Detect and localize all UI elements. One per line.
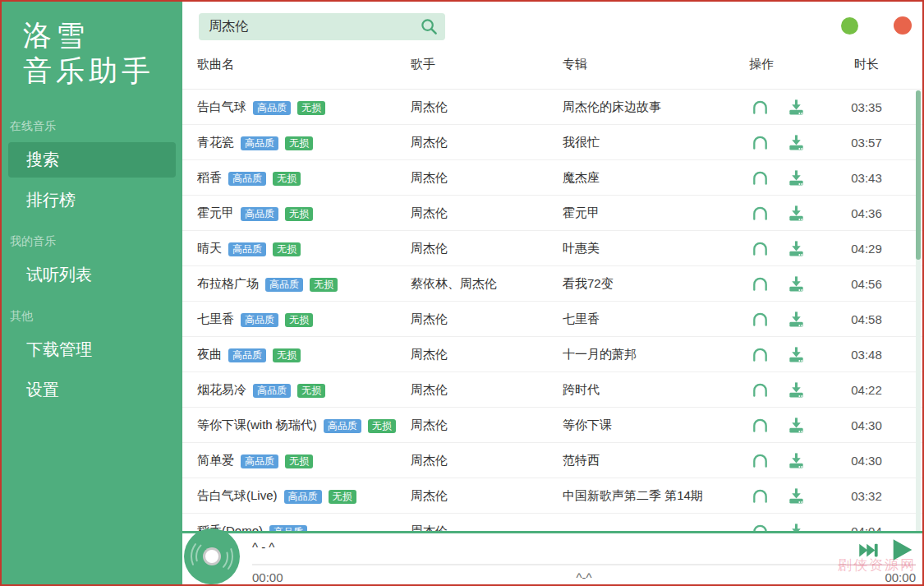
song-name: 等你下课(with 杨瑞代) — [197, 418, 317, 433]
download-icon[interactable] — [787, 345, 806, 364]
player-times: 00:00 ^-^ 00:00 — [252, 570, 916, 584]
player-progress-bar[interactable] — [252, 564, 916, 565]
song-duration: 04:56 — [821, 277, 912, 291]
table-row[interactable]: 告白气球 高品质无损 周杰伦 周杰伦的床边故事 03:35 — [182, 90, 922, 125]
song-duration: 04:58 — [821, 312, 912, 326]
table-row[interactable]: 霍元甲 高品质无损 周杰伦 霍元甲 04:36 — [182, 196, 922, 231]
listen-icon[interactable] — [751, 487, 770, 505]
song-duration: 03:32 — [821, 489, 912, 503]
listen-icon[interactable] — [751, 451, 770, 470]
download-icon[interactable] — [787, 381, 806, 399]
listen-icon[interactable] — [751, 275, 770, 293]
song-name: 晴天 — [197, 241, 222, 256]
quality-tag: 无损 — [297, 101, 325, 115]
quality-tag: 无损 — [285, 313, 313, 327]
listen-icon[interactable] — [751, 133, 770, 152]
quality-tag: 无损 — [368, 419, 396, 433]
vinyl-disc-icon — [184, 528, 240, 584]
song-album: 范特西 — [563, 453, 735, 468]
table-row[interactable]: 晴天 高品质无损 周杰伦 叶惠美 04:29 — [182, 231, 922, 266]
minimize-button[interactable] — [841, 17, 858, 35]
song-name: 烟花易冷 — [197, 382, 246, 398]
table-row[interactable]: 等你下课(with 杨瑞代) 高品质无损 周杰伦 等你下课 04:30 — [182, 408, 922, 443]
scrollbar-thumb[interactable] — [916, 90, 921, 260]
download-icon[interactable] — [787, 168, 806, 187]
download-icon[interactable] — [787, 275, 806, 293]
close-button[interactable] — [894, 16, 912, 35]
song-tags: 高品质无损 — [246, 382, 325, 398]
sidebar-item-settings[interactable]: 设置 — [8, 372, 176, 408]
download-icon[interactable] — [787, 487, 806, 505]
song-tags: 高品质无损 — [222, 347, 301, 362]
sidebar-item-leaderboard[interactable]: 排行榜 — [8, 182, 176, 218]
quality-tag: 高品质 — [228, 242, 266, 256]
table-row[interactable]: 简单爱 高品质无损 周杰伦 范特西 04:30 — [182, 443, 922, 478]
song-operations — [735, 168, 821, 187]
table-row[interactable]: 青花瓷 高品质无损 周杰伦 我很忙 03:57 — [182, 125, 922, 160]
song-name-cell: 晴天 高品质无损 — [197, 241, 411, 256]
song-tags: 高品质无损 — [222, 241, 301, 256]
song-artist: 蔡依林、周杰伦 — [411, 276, 563, 292]
song-name: 稻香 — [197, 170, 222, 186]
listen-icon[interactable] — [751, 98, 770, 117]
search-icon[interactable] — [420, 17, 439, 36]
song-name-cell: 告白气球 高品质无损 — [197, 99, 411, 115]
table-row[interactable]: 告白气球(Live) 高品质无损 周杰伦 中国新歌声第二季 第14期 03:32 — [182, 478, 922, 514]
quality-tag: 高品质 — [241, 136, 278, 150]
song-duration: 04:36 — [821, 206, 912, 220]
sidebar-item-search[interactable]: 搜索 — [8, 142, 176, 178]
sidebar-item-listen-list[interactable]: 试听列表 — [8, 257, 176, 293]
song-name: 简单爱 — [197, 453, 234, 468]
listen-icon[interactable] — [751, 345, 770, 364]
play-button-icon[interactable] — [888, 537, 914, 563]
song-operations — [735, 204, 821, 223]
song-tags: 高品质无损 — [259, 276, 338, 292]
song-name: 布拉格广场 — [197, 276, 259, 292]
download-icon[interactable] — [787, 451, 806, 470]
quality-tag: 高品质 — [241, 313, 278, 327]
song-duration: 04:22 — [821, 383, 912, 397]
quality-tag: 无损 — [273, 172, 301, 186]
song-table-body: 告白气球 高品质无损 周杰伦 周杰伦的床边故事 03:35 青花瓷 高品质无损 … — [182, 90, 922, 549]
song-tags: 高品质无损 — [246, 99, 325, 115]
sidebar-item-label: 试听列表 — [26, 265, 92, 284]
song-operations — [735, 487, 821, 505]
listen-icon[interactable] — [751, 381, 770, 399]
download-icon[interactable] — [787, 239, 806, 258]
listen-icon[interactable] — [751, 168, 770, 187]
song-tags: 高品质无损 — [317, 418, 396, 433]
quality-tag: 高品质 — [265, 278, 303, 292]
table-row[interactable]: 七里香 高品质无损 周杰伦 七里香 04:58 — [182, 302, 922, 337]
song-name-cell: 告白气球(Live) 高品质无损 — [197, 488, 411, 504]
listen-icon[interactable] — [751, 204, 770, 223]
header-album: 专辑 — [563, 57, 735, 72]
table-row[interactable]: 烟花易冷 高品质无损 周杰伦 跨时代 04:22 — [182, 372, 922, 408]
download-icon[interactable] — [787, 204, 806, 223]
next-track-icon[interactable] — [857, 539, 880, 561]
song-artist: 周杰伦 — [411, 418, 563, 433]
song-operations — [735, 310, 821, 329]
quality-tag: 高品质 — [284, 490, 322, 504]
listen-icon[interactable] — [751, 416, 770, 435]
song-operations — [735, 451, 821, 470]
quality-tag: 无损 — [285, 136, 313, 150]
song-name-cell: 霍元甲 高品质无损 — [197, 205, 411, 221]
scrollbar-track[interactable] — [916, 90, 921, 533]
table-row[interactable]: 稻香 高品质无损 周杰伦 魔杰座 03:43 — [182, 160, 922, 196]
search-input[interactable] — [199, 13, 445, 40]
song-artist: 周杰伦 — [411, 205, 563, 221]
table-row[interactable]: 布拉格广场 高品质无损 蔡依林、周杰伦 看我72变 04:56 — [182, 266, 922, 302]
song-name-cell: 稻香 高品质无损 — [197, 170, 411, 186]
player-status-text: ^-^ — [576, 570, 591, 584]
listen-icon[interactable] — [751, 310, 770, 329]
listen-icon[interactable] — [751, 239, 770, 258]
download-icon[interactable] — [787, 310, 806, 329]
song-operations — [735, 239, 821, 258]
download-icon[interactable] — [787, 416, 806, 435]
download-icon[interactable] — [787, 133, 806, 152]
sidebar-item-label: 下载管理 — [26, 340, 92, 358]
sidebar-item-download-manager[interactable]: 下载管理 — [8, 332, 176, 367]
quality-tag: 无损 — [285, 207, 313, 221]
download-icon[interactable] — [787, 98, 806, 117]
table-row[interactable]: 夜曲 高品质无损 周杰伦 十一月的萧邦 03:48 — [182, 337, 922, 372]
